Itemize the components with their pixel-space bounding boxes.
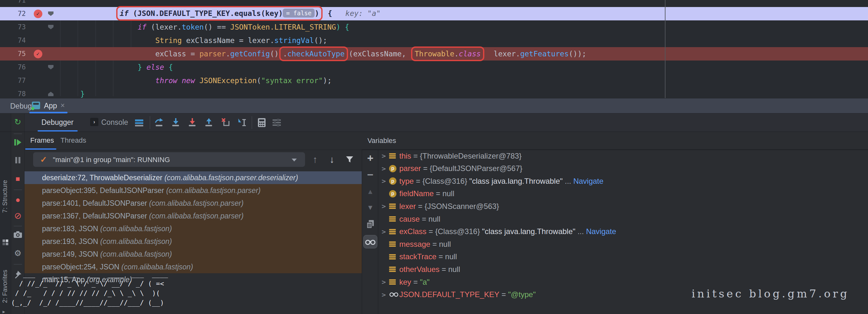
evaluate-calculator-icon[interactable] <box>256 117 267 128</box>
frame-package: (com.alibaba.fastjson.parser) <box>149 212 244 220</box>
fold-arrow-icon[interactable] <box>48 65 54 69</box>
rerun-icon[interactable]: ↻ <box>11 116 25 128</box>
remove-watch-icon[interactable]: − <box>362 168 379 181</box>
chevron-right-icon[interactable]: > <box>378 291 389 299</box>
equals-sign: = <box>499 290 508 299</box>
variable-row[interactable]: >ptype = {Class@316} "class java.lang.Th… <box>378 175 868 187</box>
code-token: class <box>459 50 481 58</box>
step-out-icon[interactable] <box>204 117 214 128</box>
fold-arrow-icon[interactable] <box>48 11 54 16</box>
frame-row[interactable]: parse:1367, DefaultJSONParser (com.aliba… <box>25 210 362 222</box>
variable-row[interactable]: stackTrace = null <box>378 251 868 263</box>
frame-row[interactable]: parse:149, JSON (com.alibaba.fastjson) <box>25 248 362 260</box>
chevron-right-icon[interactable]: > <box>378 202 389 210</box>
layout-lines-icon[interactable] <box>134 117 145 128</box>
gutter-fold-area[interactable] <box>45 65 58 69</box>
variable-row[interactable]: >key = "a" <box>378 276 868 288</box>
variable-row[interactable]: pfieldName = null <box>378 188 868 200</box>
variable-name: type <box>399 177 414 186</box>
glasses-watch-icon[interactable] <box>362 236 379 248</box>
variable-row[interactable]: cause = null <box>378 213 868 225</box>
field-icon <box>389 203 399 210</box>
copy-icon[interactable] <box>362 218 379 230</box>
resume-icon[interactable] <box>11 137 25 148</box>
variables-title: Variables <box>368 137 396 145</box>
code-token: JSONException <box>199 76 257 85</box>
field-icon <box>389 153 399 159</box>
mute-breakpoints-icon[interactable]: ⊘ <box>11 210 25 221</box>
code-token: { <box>323 9 332 18</box>
variable-row[interactable]: >pparser = {DefaultJSONParser@567} <box>378 162 868 175</box>
frame-row[interactable]: deserialze:72, ThrowableDeserializer (co… <box>25 171 362 184</box>
force-step-into-icon[interactable] <box>187 117 198 128</box>
gutter-fold-area[interactable] <box>45 92 58 96</box>
variable-row[interactable]: otherValues = null <box>378 263 868 276</box>
frame-row[interactable]: parseObject:395, DefaultJSONParser (com.… <box>25 184 362 197</box>
variable-value: "class java.lang.Throwable" <box>469 177 563 186</box>
chevron-right-icon[interactable]: > <box>378 228 389 236</box>
fold-arrow-icon[interactable] <box>48 92 54 96</box>
variable-value: null <box>445 252 457 261</box>
chevron-right-icon[interactable]: > <box>378 177 389 185</box>
close-icon[interactable]: × <box>61 101 65 110</box>
add-watch-icon[interactable]: + <box>362 152 379 164</box>
step-over-icon[interactable] <box>154 117 165 128</box>
filter-funnel-icon[interactable] <box>345 155 354 164</box>
variable-row[interactable]: >exClass = {Class@316} "class java.lang.… <box>378 225 868 238</box>
run-to-cursor-icon[interactable] <box>237 117 247 128</box>
gutter-fold-area[interactable] <box>45 11 58 16</box>
variable-value: {ThrowableDeserializer@783} <box>420 152 522 160</box>
fold-arrow-icon[interactable] <box>48 25 54 29</box>
drop-frame-icon[interactable] <box>220 117 231 128</box>
parameter-icon: p <box>389 190 399 197</box>
frame-location: parse:149, JSON <box>42 250 100 259</box>
variable-name: otherValues <box>399 265 439 274</box>
gutter-fold-area[interactable] <box>45 25 58 29</box>
field-icon <box>389 253 399 260</box>
tab-frames[interactable]: Frames <box>30 136 54 145</box>
frame-row[interactable]: parse:193, JSON (com.alibaba.fastjson) <box>25 235 362 248</box>
stop-icon[interactable]: ■ <box>11 173 25 184</box>
move-down-icon[interactable]: ▼ <box>362 201 379 214</box>
stripe-structure-button[interactable]: 7: Structure <box>1 180 9 213</box>
variable-row[interactable]: >this = {ThrowableDeserializer@783} <box>378 150 868 162</box>
variable-row[interactable]: >lexer = {JSONScanner@563} <box>378 200 868 212</box>
view-breakpoints-icon[interactable]: ● <box>11 194 25 206</box>
up-arrow-icon[interactable]: ↑ <box>313 154 317 165</box>
breakpoint-check-icon[interactable]: ✓ <box>34 50 42 58</box>
variable-row[interactable]: message = null <box>378 238 868 250</box>
code-indent <box>58 9 116 18</box>
frame-row[interactable]: parse:1401, DefaultJSONParser (com.aliba… <box>25 197 362 210</box>
chevron-right-icon[interactable]: > <box>378 152 389 160</box>
step-into-icon[interactable] <box>170 117 181 128</box>
code-text: throw new JSONException("syntax error"); <box>58 76 868 85</box>
frame-package: (com.alibaba.fastjson) <box>100 237 172 246</box>
gutter-breakpoint-area[interactable]: ✓ <box>30 9 45 18</box>
frame-location: parse:1401, DefaultJSONParser <box>42 199 149 208</box>
variable-value: "@type" <box>508 290 536 299</box>
code-editor[interactable]: 7172✓ if (JSON.DEFAULT_TYPE_KEY.equals(k… <box>0 0 868 98</box>
move-up-icon[interactable]: ▲ <box>362 185 379 198</box>
chevron-right-icon[interactable]: > <box>378 165 389 172</box>
tab-console[interactable]: Console <box>101 118 128 127</box>
thread-selector-dropdown[interactable]: ✓ "main"@1 in group "main": RUNNING <box>33 152 305 167</box>
pause-icon[interactable] <box>11 154 25 166</box>
frame-package: (com.alibaba.fastjson) <box>100 250 172 259</box>
breakpoint-check-icon[interactable]: ✓ <box>34 9 42 18</box>
settings-gear-icon[interactable]: ⚙ <box>11 247 25 259</box>
code-token: . <box>283 50 287 58</box>
chevron-right-icon[interactable]: > <box>378 278 389 286</box>
debug-session-tab[interactable]: App <box>44 102 57 110</box>
equals-sign: = <box>430 240 439 249</box>
tab-threads[interactable]: Threads <box>61 136 86 145</box>
separator <box>14 264 22 264</box>
down-arrow-icon[interactable]: ↓ <box>330 154 334 165</box>
gutter-breakpoint-area[interactable]: ✓ <box>30 50 45 58</box>
layout-settings-icon[interactable] <box>271 117 282 128</box>
tab-debugger[interactable]: Debugger <box>41 118 73 127</box>
app-window-icon <box>32 102 40 109</box>
red-annotation-box: if (JSON.DEFAULT_TYPE_KEY.equals(key)= f… <box>116 6 322 21</box>
thread-dump-camera-icon[interactable] <box>11 229 25 241</box>
debug-toolwindow-header: Debug: App × <box>0 98 868 114</box>
frame-row[interactable]: parse:183, JSON (com.alibaba.fastjson) <box>25 222 362 235</box>
